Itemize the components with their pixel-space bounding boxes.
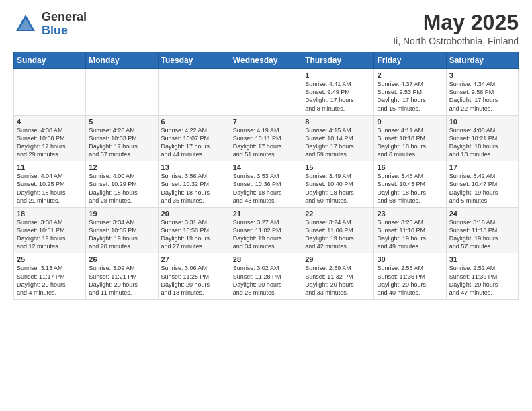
day-info: Sunrise: 3:27 AM Sunset: 11:02 PM Daylig… bbox=[233, 218, 299, 251]
calendar-cell bbox=[230, 69, 302, 116]
day-info: Sunrise: 4:00 AM Sunset: 10:29 PM Daylig… bbox=[89, 172, 154, 205]
day-info: Sunrise: 3:16 AM Sunset: 11:13 PM Daylig… bbox=[449, 218, 515, 251]
calendar-cell: 17Sunrise: 3:42 AM Sunset: 10:47 PM Dayl… bbox=[446, 161, 518, 208]
day-number: 30 bbox=[377, 255, 443, 263]
logo-blue-text: Blue bbox=[42, 24, 87, 38]
calendar-cell: 3Sunrise: 4:34 AM Sunset: 9:56 PM Daylig… bbox=[446, 69, 518, 116]
day-number: 31 bbox=[449, 255, 515, 263]
calendar-cell: 12Sunrise: 4:00 AM Sunset: 10:29 PM Dayl… bbox=[86, 161, 158, 208]
calendar-cell: 2Sunrise: 4:37 AM Sunset: 9:53 PM Daylig… bbox=[374, 69, 446, 116]
header: General Blue May 2025 Ii, North Ostrobot… bbox=[13, 11, 519, 46]
calendar-cell: 7Sunrise: 4:19 AM Sunset: 10:11 PM Dayli… bbox=[230, 115, 302, 161]
page: General Blue May 2025 Ii, North Ostrobot… bbox=[0, 0, 532, 411]
day-number: 7 bbox=[233, 118, 299, 126]
calendar-table: SundayMondayTuesdayWednesdayThursdayFrid… bbox=[13, 52, 519, 300]
logo-text: General Blue bbox=[42, 11, 87, 38]
day-number: 11 bbox=[17, 163, 83, 171]
day-number: 9 bbox=[377, 118, 443, 126]
col-header-sunday: Sunday bbox=[14, 52, 86, 69]
calendar-cell: 23Sunrise: 3:20 AM Sunset: 11:10 PM Dayl… bbox=[374, 207, 446, 253]
day-number: 28 bbox=[233, 255, 299, 263]
day-info: Sunrise: 3:38 AM Sunset: 10:51 PM Daylig… bbox=[17, 218, 83, 251]
calendar-cell: 18Sunrise: 3:38 AM Sunset: 10:51 PM Dayl… bbox=[14, 207, 86, 253]
day-number: 27 bbox=[161, 255, 227, 263]
day-number: 6 bbox=[161, 118, 227, 126]
calendar-body: 1Sunrise: 4:41 AM Sunset: 9:49 PM Daylig… bbox=[14, 69, 519, 300]
col-header-tuesday: Tuesday bbox=[158, 52, 230, 69]
title-block: May 2025 Ii, North Ostrobothnia, Finland bbox=[393, 11, 519, 46]
col-header-wednesday: Wednesday bbox=[230, 52, 302, 69]
day-number: 17 bbox=[449, 163, 515, 171]
day-number: 24 bbox=[449, 210, 515, 218]
week-row-2: 4Sunrise: 4:30 AM Sunset: 10:00 PM Dayli… bbox=[14, 115, 519, 161]
day-info: Sunrise: 3:45 AM Sunset: 10:43 PM Daylig… bbox=[377, 172, 443, 205]
day-info: Sunrise: 2:52 AM Sunset: 11:39 PM Daylig… bbox=[449, 264, 515, 297]
day-info: Sunrise: 3:56 AM Sunset: 10:32 PM Daylig… bbox=[161, 172, 227, 205]
calendar-cell: 16Sunrise: 3:45 AM Sunset: 10:43 PM Dayl… bbox=[374, 161, 446, 208]
calendar-cell: 21Sunrise: 3:27 AM Sunset: 11:02 PM Dayl… bbox=[230, 207, 302, 253]
calendar-cell: 5Sunrise: 4:26 AM Sunset: 10:03 PM Dayli… bbox=[86, 115, 158, 161]
day-number: 10 bbox=[449, 118, 515, 126]
day-number: 18 bbox=[17, 210, 83, 218]
calendar-title: May 2025 bbox=[393, 11, 519, 34]
calendar-cell bbox=[158, 69, 230, 116]
calendar-cell: 14Sunrise: 3:53 AM Sunset: 10:36 PM Dayl… bbox=[230, 161, 302, 208]
calendar-cell bbox=[86, 69, 158, 116]
day-info: Sunrise: 4:41 AM Sunset: 9:49 PM Dayligh… bbox=[305, 80, 371, 113]
day-number: 20 bbox=[161, 210, 227, 218]
day-info: Sunrise: 2:59 AM Sunset: 11:32 PM Daylig… bbox=[305, 264, 371, 297]
day-info: Sunrise: 3:13 AM Sunset: 11:17 PM Daylig… bbox=[17, 264, 83, 297]
day-number: 29 bbox=[305, 255, 371, 263]
calendar-cell: 28Sunrise: 3:02 AM Sunset: 11:28 PM Dayl… bbox=[230, 253, 302, 300]
col-header-saturday: Saturday bbox=[446, 52, 518, 69]
week-row-3: 11Sunrise: 4:04 AM Sunset: 10:25 PM Dayl… bbox=[14, 161, 519, 208]
day-info: Sunrise: 2:55 AM Sunset: 11:36 PM Daylig… bbox=[377, 264, 443, 297]
calendar-cell: 19Sunrise: 3:34 AM Sunset: 10:55 PM Dayl… bbox=[86, 207, 158, 253]
day-info: Sunrise: 3:06 AM Sunset: 11:25 PM Daylig… bbox=[161, 264, 227, 297]
day-info: Sunrise: 4:22 AM Sunset: 10:07 PM Daylig… bbox=[161, 126, 227, 159]
day-info: Sunrise: 4:19 AM Sunset: 10:11 PM Daylig… bbox=[233, 126, 299, 159]
day-number: 25 bbox=[17, 255, 83, 263]
day-info: Sunrise: 4:30 AM Sunset: 10:00 PM Daylig… bbox=[17, 126, 83, 159]
calendar-cell: 25Sunrise: 3:13 AM Sunset: 11:17 PM Dayl… bbox=[14, 253, 86, 300]
week-row-4: 18Sunrise: 3:38 AM Sunset: 10:51 PM Dayl… bbox=[14, 207, 519, 253]
calendar-cell: 8Sunrise: 4:15 AM Sunset: 10:14 PM Dayli… bbox=[302, 115, 374, 161]
day-info: Sunrise: 3:09 AM Sunset: 11:21 PM Daylig… bbox=[89, 264, 154, 297]
calendar-cell: 13Sunrise: 3:56 AM Sunset: 10:32 PM Dayl… bbox=[158, 161, 230, 208]
week-row-5: 25Sunrise: 3:13 AM Sunset: 11:17 PM Dayl… bbox=[14, 253, 519, 300]
day-info: Sunrise: 4:08 AM Sunset: 10:21 PM Daylig… bbox=[449, 126, 515, 159]
day-number: 5 bbox=[89, 118, 154, 126]
calendar-cell: 10Sunrise: 4:08 AM Sunset: 10:21 PM Dayl… bbox=[446, 115, 518, 161]
header-row: SundayMondayTuesdayWednesdayThursdayFrid… bbox=[14, 52, 519, 69]
calendar-cell: 31Sunrise: 2:52 AM Sunset: 11:39 PM Dayl… bbox=[446, 253, 518, 300]
logo: General Blue bbox=[13, 11, 87, 38]
day-number: 13 bbox=[161, 163, 227, 171]
day-number: 16 bbox=[377, 163, 443, 171]
calendar-cell: 15Sunrise: 3:49 AM Sunset: 10:40 PM Dayl… bbox=[302, 161, 374, 208]
calendar-cell: 24Sunrise: 3:16 AM Sunset: 11:13 PM Dayl… bbox=[446, 207, 518, 253]
day-info: Sunrise: 4:11 AM Sunset: 10:18 PM Daylig… bbox=[377, 126, 443, 159]
day-info: Sunrise: 4:04 AM Sunset: 10:25 PM Daylig… bbox=[17, 172, 83, 205]
logo-icon bbox=[13, 12, 38, 36]
logo-general-text: General bbox=[42, 11, 87, 24]
calendar-cell: 26Sunrise: 3:09 AM Sunset: 11:21 PM Dayl… bbox=[86, 253, 158, 300]
calendar-cell: 6Sunrise: 4:22 AM Sunset: 10:07 PM Dayli… bbox=[158, 115, 230, 161]
calendar-cell: 22Sunrise: 3:24 AM Sunset: 11:06 PM Dayl… bbox=[302, 207, 374, 253]
day-number: 12 bbox=[89, 163, 154, 171]
day-info: Sunrise: 4:37 AM Sunset: 9:53 PM Dayligh… bbox=[377, 80, 443, 113]
week-row-1: 1Sunrise: 4:41 AM Sunset: 9:49 PM Daylig… bbox=[14, 69, 519, 116]
day-number: 8 bbox=[305, 118, 371, 126]
day-info: Sunrise: 4:26 AM Sunset: 10:03 PM Daylig… bbox=[89, 126, 154, 159]
day-number: 1 bbox=[305, 71, 371, 79]
day-info: Sunrise: 3:20 AM Sunset: 11:10 PM Daylig… bbox=[377, 218, 443, 251]
day-info: Sunrise: 4:34 AM Sunset: 9:56 PM Dayligh… bbox=[449, 80, 515, 113]
day-info: Sunrise: 3:31 AM Sunset: 10:58 PM Daylig… bbox=[161, 218, 227, 251]
day-info: Sunrise: 3:53 AM Sunset: 10:36 PM Daylig… bbox=[233, 172, 299, 205]
col-header-thursday: Thursday bbox=[302, 52, 374, 69]
day-number: 3 bbox=[449, 71, 515, 79]
calendar-cell: 9Sunrise: 4:11 AM Sunset: 10:18 PM Dayli… bbox=[374, 115, 446, 161]
calendar-cell: 27Sunrise: 3:06 AM Sunset: 11:25 PM Dayl… bbox=[158, 253, 230, 300]
day-number: 4 bbox=[17, 118, 83, 126]
col-header-friday: Friday bbox=[374, 52, 446, 69]
day-info: Sunrise: 3:24 AM Sunset: 11:06 PM Daylig… bbox=[305, 218, 371, 251]
